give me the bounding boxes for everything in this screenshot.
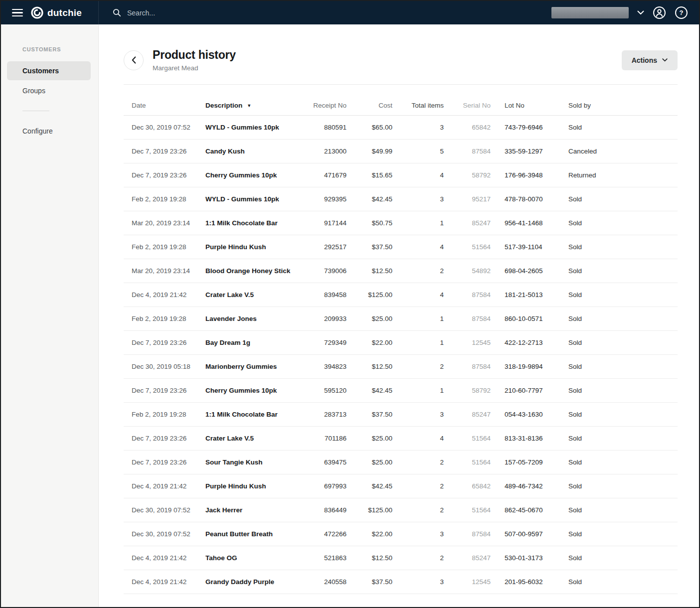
sidebar-item-groups[interactable]: Groups — [7, 81, 91, 100]
table-row[interactable]: Dec 7, 2019 23:26 Crater Lake V.5 701186… — [124, 427, 678, 451]
column-header-description[interactable]: Description▼ — [205, 95, 299, 116]
cell-lot-no: 157-05-7209 — [491, 451, 553, 474]
cell-lot-no: 507-00-9597 — [491, 522, 553, 546]
table-row[interactable]: Mar 20, 2019 23:14 1:1 Milk Chocolate Ba… — [124, 211, 678, 235]
table-row[interactable]: Dec 7, 2019 23:26 Bay Dream 1g 729349 $2… — [124, 331, 678, 355]
table-row[interactable]: Feb 2, 2019 19:28 Lavender Jones 209933 … — [124, 307, 678, 331]
cell-lot-no: 860-10-0571 — [491, 307, 553, 331]
cell-date: Feb 2, 2019 19:28 — [124, 403, 205, 427]
chevron-down-icon[interactable] — [637, 10, 644, 15]
cell-cost: $25.00 — [347, 451, 392, 474]
cell-sold-by: Sold — [553, 283, 678, 307]
sidebar-item-configure[interactable]: Configure — [7, 122, 91, 141]
cell-lot-no: 956-41-1468 — [491, 211, 553, 235]
table-row[interactable]: Dec 30, 2019 07:52 WYLD - Gummies 10pk 8… — [124, 116, 678, 140]
cell-receipt-no: 292517 — [299, 235, 347, 259]
dutchie-swirl-icon — [31, 6, 43, 19]
table-row[interactable]: Feb 2, 2019 19:28 WYLD - Gummies 10pk 92… — [124, 187, 678, 211]
table-row[interactable]: Dec 7, 2019 23:26 Sour Tangie Kush 63947… — [124, 451, 678, 474]
column-header-date[interactable]: Date — [124, 95, 205, 116]
cell-cost: $22.00 — [347, 522, 392, 546]
cell-lot-no: 813-31-8136 — [491, 427, 553, 451]
cell-description: 1:1 Milk Chocolate Bar — [205, 403, 299, 427]
dutchie-logo[interactable]: dutchie — [31, 6, 82, 19]
cell-serial-no: 12545 — [444, 570, 491, 594]
cell-serial-no: 54892 — [444, 259, 491, 283]
global-search-input[interactable]: Search... — [99, 8, 551, 17]
cell-total-items: 1 — [392, 211, 444, 235]
table-row[interactable]: Feb 2, 2019 19:28 1:1 Milk Chocolate Bar… — [124, 403, 678, 427]
cell-cost: $37.50 — [347, 235, 392, 259]
location-select[interactable] — [551, 7, 629, 18]
table-row[interactable]: Dec 4, 2019 21:42 Purple Hindu Kush 6979… — [124, 474, 678, 498]
table-row[interactable]: Dec 30, 2019 05:18 Marionberry Gummies 3… — [124, 355, 678, 379]
cell-receipt-no: 929395 — [299, 187, 347, 211]
column-header-serial-no[interactable]: Serial No — [444, 95, 491, 116]
table-row[interactable]: Dec 30, 2019 07:52 Jack Herrer 836449 $1… — [124, 498, 678, 522]
column-header-lot-no[interactable]: Lot No — [491, 95, 553, 116]
actions-button-label: Actions — [632, 56, 657, 64]
cell-date: Dec 7, 2019 23:26 — [124, 451, 205, 474]
page-header: Product history Margaret Mead Actions — [124, 48, 678, 72]
column-header-sold-by[interactable]: Sold by — [553, 95, 678, 116]
cell-description: Bay Dream 1g — [205, 331, 299, 355]
cell-sold-by: Returned — [553, 163, 678, 187]
hamburger-menu-icon[interactable] — [12, 9, 23, 17]
cell-cost: $25.00 — [347, 427, 392, 451]
main-content: Product history Margaret Mead Actions — [99, 24, 699, 607]
cell-total-items: 2 — [392, 259, 444, 283]
table-row[interactable]: Dec 4, 2019 21:42 Tahoe OG 521863 $12.50… — [124, 546, 678, 570]
cell-description: Peanut Butter Breath — [205, 522, 299, 546]
cell-date: Dec 7, 2019 23:26 — [124, 427, 205, 451]
help-icon[interactable]: ? — [675, 6, 688, 19]
cell-serial-no: 65842 — [444, 116, 491, 140]
cell-lot-no: 862-45-0670 — [491, 498, 553, 522]
cell-description: Crater Lake V.5 — [205, 283, 299, 307]
cell-total-items: 1 — [392, 379, 444, 403]
actions-button[interactable]: Actions — [622, 50, 678, 70]
cell-total-items: 5 — [392, 140, 444, 163]
page-title: Product history — [153, 48, 236, 62]
column-header-total-items[interactable]: Total items — [392, 95, 444, 116]
cell-receipt-no: 729349 — [299, 331, 347, 355]
table-row[interactable]: Dec 4, 2019 21:42 Grandy Daddy Purple 24… — [124, 570, 678, 594]
back-button[interactable] — [124, 50, 144, 70]
cell-cost: $12.50 — [347, 546, 392, 570]
table-row[interactable]: Dec 30, 2019 07:52 Peanut Butter Breath … — [124, 522, 678, 546]
product-history-table-body: Dec 30, 2019 07:52 WYLD - Gummies 10pk 8… — [124, 116, 678, 594]
table-row[interactable]: Feb 2, 2019 19:28 Purple Hindu Kush 2925… — [124, 235, 678, 259]
cell-cost: $125.00 — [347, 498, 392, 522]
cell-receipt-no: 213000 — [299, 140, 347, 163]
cell-lot-no: 176-96-3948 — [491, 163, 553, 187]
cell-serial-no: 58792 — [444, 163, 491, 187]
cell-cost: $12.50 — [347, 355, 392, 379]
column-header-cost[interactable]: Cost — [347, 95, 392, 116]
cell-total-items: 3 — [392, 116, 444, 140]
cell-receipt-no: 595120 — [299, 379, 347, 403]
column-header-receipt-no[interactable]: Receipt No — [299, 95, 347, 116]
table-row[interactable]: Dec 7, 2019 23:26 Cherry Gummies 10pk 59… — [124, 379, 678, 403]
cell-sold-by: Sold — [553, 116, 678, 140]
cell-sold-by: Sold — [553, 379, 678, 403]
table-row[interactable]: Dec 7, 2019 23:26 Candy Kush 213000 $49.… — [124, 140, 678, 163]
cell-serial-no: 58792 — [444, 379, 491, 403]
table-row[interactable]: Dec 4, 2019 21:42 Crater Lake V.5 839458… — [124, 283, 678, 307]
cell-description: Lavender Jones — [205, 307, 299, 331]
sidebar-item-customers[interactable]: Customers — [7, 61, 91, 80]
cell-lot-no: 478-78-0070 — [491, 187, 553, 211]
cell-receipt-no: 697993 — [299, 474, 347, 498]
cell-total-items: 4 — [392, 163, 444, 187]
cell-receipt-no: 283713 — [299, 403, 347, 427]
table-row[interactable]: Mar 20, 2019 23:14 Blood Orange Honey St… — [124, 259, 678, 283]
cell-cost: $22.00 — [347, 331, 392, 355]
cell-total-items: 3 — [392, 570, 444, 594]
cell-description: WYLD - Gummies 10pk — [205, 187, 299, 211]
cell-receipt-no: 701186 — [299, 427, 347, 451]
cell-date: Feb 2, 2019 19:28 — [124, 187, 205, 211]
table-row[interactable]: Dec 7, 2019 23:26 Cherry Gummies 10pk 47… — [124, 163, 678, 187]
cell-description: Grandy Daddy Purple — [205, 570, 299, 594]
cell-sold-by: Sold — [553, 355, 678, 379]
cell-sold-by: Sold — [553, 259, 678, 283]
account-icon[interactable] — [653, 6, 666, 19]
table-header-row: Date Description▼ Receipt No Cost Total … — [124, 95, 678, 116]
